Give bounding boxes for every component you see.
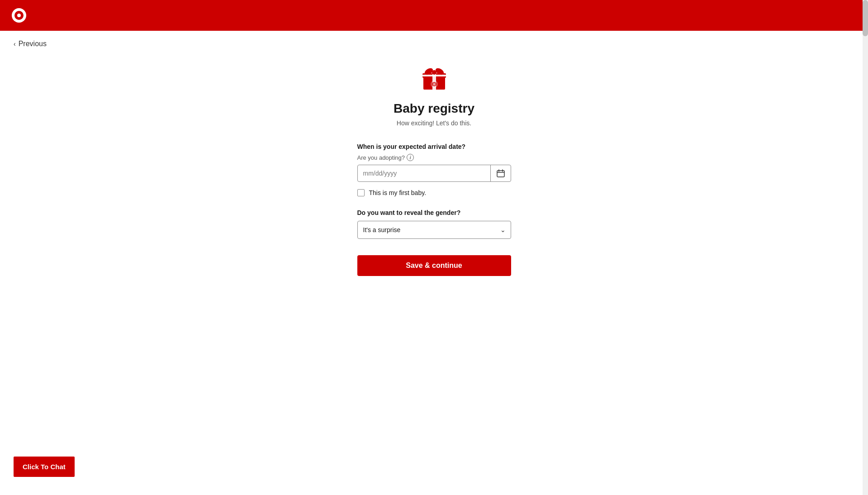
svg-rect-7 (422, 75, 446, 76)
previous-label: Previous (19, 40, 47, 48)
calendar-button[interactable] (490, 165, 511, 181)
scrollbar[interactable] (863, 0, 868, 495)
gender-select[interactable]: It's a surprise Boy Girl Twins - Boy/Boy… (357, 221, 511, 239)
header (0, 0, 868, 31)
adopting-text: Are you adopting? (357, 154, 405, 161)
info-icon[interactable]: i (407, 154, 414, 161)
save-continue-button[interactable]: Save & continue (357, 255, 511, 276)
target-logo-icon (9, 5, 29, 25)
page-title: Baby registry (394, 101, 474, 116)
arrival-question-label: When is your expected arrival date? (357, 143, 511, 150)
svg-point-3 (17, 14, 21, 17)
chevron-left-icon: ‹ (14, 40, 16, 48)
svg-rect-14 (497, 171, 504, 177)
save-button-wrapper: Save & continue (357, 255, 511, 276)
first-baby-checkbox[interactable] (357, 189, 365, 196)
gift-icon-wrapper (419, 62, 450, 94)
calendar-icon (496, 169, 505, 178)
adopting-label-row: Are you adopting? i (357, 154, 511, 161)
chat-button[interactable]: Click To Chat (14, 457, 75, 477)
scrollbar-thumb[interactable] (863, 0, 868, 36)
gender-section: Do you want to reveal the gender? It's a… (357, 209, 511, 239)
gender-select-wrapper: It's a surprise Boy Girl Twins - Boy/Boy… (357, 221, 511, 239)
form-container: Baby registry How exciting! Let's do thi… (231, 57, 638, 294)
gender-question-label: Do you want to reveal the gender? (357, 209, 511, 216)
date-input-wrapper (357, 165, 511, 182)
page-subtitle: How exciting! Let's do this. (397, 119, 471, 127)
main-content: ‹ Previous (0, 31, 868, 495)
gift-icon (419, 62, 450, 92)
date-input[interactable] (358, 165, 490, 181)
svg-point-13 (433, 83, 435, 86)
first-baby-label[interactable]: This is my first baby. (369, 189, 427, 196)
arrival-date-section: When is your expected arrival date? Are … (357, 143, 511, 209)
previous-nav[interactable]: ‹ Previous (0, 31, 868, 57)
svg-point-10 (432, 70, 436, 75)
first-baby-row: This is my first baby. (357, 189, 511, 196)
previous-link[interactable]: ‹ Previous (14, 40, 47, 48)
